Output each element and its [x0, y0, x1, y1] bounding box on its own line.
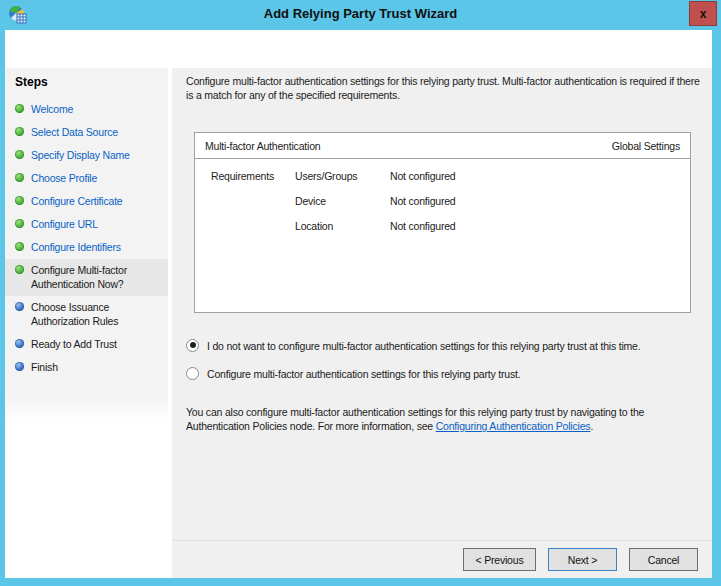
mfa-table-header: Multi-factor Authentication Global Setti…: [195, 133, 690, 159]
radio-button-unselected-icon[interactable]: [186, 367, 199, 380]
table-row: Device Not configured: [195, 195, 690, 220]
step-completed-dot-icon: [15, 104, 24, 113]
step-completed-dot-icon: [15, 150, 24, 159]
steps-list: Welcome Select Data Source Specify Displ…: [5, 98, 168, 379]
wizard-window: Add Relying Party Trust Wizard x Steps W…: [0, 0, 721, 586]
steps-sidebar: Steps Welcome Select Data Source Specify…: [5, 68, 168, 578]
step-upcoming-dot-icon: [15, 362, 24, 371]
mfa-table-body: Requirements Users/Groups Not configured…: [195, 159, 690, 245]
note-text: You can also configure multi-factor auth…: [186, 405, 702, 433]
step-ready-to-add-trust: Ready to Add Trust: [5, 333, 168, 356]
step-upcoming-dot-icon: [15, 339, 24, 348]
radio-label: I do not want to configure multi-factor …: [207, 338, 640, 353]
configuring-auth-policies-link[interactable]: Configuring Authentication Policies: [436, 420, 591, 432]
step-completed-dot-icon: [15, 196, 24, 205]
step-configure-url: Configure URL: [5, 213, 168, 236]
radio-label: Configure multi-factor authentication se…: [207, 366, 520, 381]
step-finish: Finish: [5, 356, 168, 379]
row-value: Not configured: [390, 195, 690, 220]
step-current-dot-icon: [15, 265, 24, 274]
dialog-body: Steps Welcome Select Data Source Specify…: [5, 30, 712, 578]
row-name: Location: [295, 220, 390, 245]
step-configure-certificate: Configure Certificate: [5, 190, 168, 213]
row-name: Users/Groups: [295, 170, 390, 195]
row-value: Not configured: [390, 170, 690, 195]
step-select-data-source: Select Data Source: [5, 121, 168, 144]
cancel-button[interactable]: Cancel: [629, 548, 698, 571]
steps-heading: Steps: [5, 68, 168, 98]
note-after-link: .: [590, 420, 593, 432]
radio-option-no-mfa[interactable]: I do not want to configure multi-factor …: [186, 338, 640, 353]
step-completed-dot-icon: [15, 173, 24, 182]
next-button[interactable]: Next >: [548, 548, 617, 571]
requirements-label: Requirements: [195, 170, 295, 195]
step-choose-issuance-rules: Choose Issuance Authorization Rules: [5, 296, 168, 333]
step-specify-display-name: Specify Display Name: [5, 144, 168, 167]
step-completed-dot-icon: [15, 242, 24, 251]
header-band: [5, 30, 712, 68]
step-welcome: Welcome: [5, 98, 168, 121]
previous-button[interactable]: < Previous: [463, 548, 536, 571]
mfa-settings-table: Multi-factor Authentication Global Setti…: [194, 132, 691, 313]
row-name: Device: [295, 195, 390, 220]
step-upcoming-dot-icon: [15, 302, 24, 311]
titlebar: Add Relying Party Trust Wizard x: [0, 0, 721, 30]
radio-button-selected-icon[interactable]: [186, 339, 199, 352]
step-configure-mfa-current: Configure Multi-factor Authentication No…: [5, 259, 168, 296]
content-pane: Configure multi-factor authentication se…: [172, 68, 712, 578]
window-title: Add Relying Party Trust Wizard: [0, 6, 721, 21]
footer-button-bar: < Previous Next > Cancel: [172, 540, 712, 578]
table-row: Location Not configured: [195, 220, 690, 245]
row-value: Not configured: [390, 220, 690, 245]
table-row: Requirements Users/Groups Not configured: [195, 170, 690, 195]
radio-option-configure-mfa[interactable]: Configure multi-factor authentication se…: [186, 366, 520, 381]
mfa-header-global-settings: Global Settings: [612, 140, 680, 152]
step-configure-identifiers: Configure Identifiers: [5, 236, 168, 259]
close-icon: x: [700, 7, 707, 21]
close-button[interactable]: x: [689, 1, 717, 26]
step-completed-dot-icon: [15, 219, 24, 228]
intro-text: Configure multi-factor authentication se…: [186, 74, 700, 102]
step-completed-dot-icon: [15, 127, 24, 136]
step-choose-profile: Choose Profile: [5, 167, 168, 190]
mfa-header-title: Multi-factor Authentication: [205, 140, 320, 152]
